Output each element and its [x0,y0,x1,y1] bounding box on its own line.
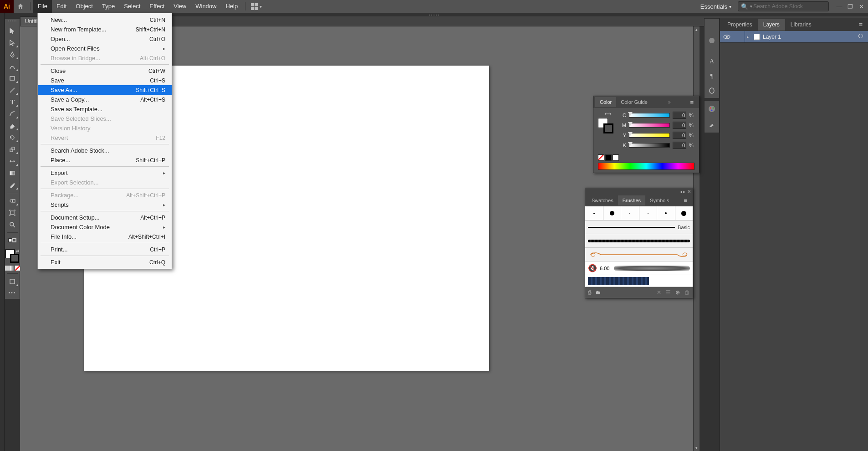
panel-menu-icon[interactable]: ≡ [855,21,866,28]
rectangle-tool[interactable] [6,73,18,83]
close-icon[interactable]: ✕ [687,189,691,194]
file-menu-item[interactable]: SaveCtrl+S [38,76,172,85]
screen-mode[interactable] [6,277,18,287]
brush-calligraphic[interactable]: 🔇 6.00 [585,261,693,275]
zoom-tool[interactable] [6,220,18,230]
brush-art[interactable] [585,248,693,261]
home-icon[interactable] [14,3,27,10]
libraries-menu-icon[interactable]: 🖿 [596,289,601,296]
file-menu-item[interactable]: Open Recent Files▸ [38,44,172,53]
pen-tool[interactable] [6,50,18,60]
white-swatch[interactable] [613,154,619,161]
panel-menu-icon[interactable]: ≡ [686,99,697,106]
gradient-tool[interactable] [6,168,18,178]
brush-libraries-icon[interactable]: ⎙ [588,289,591,296]
minimize-button[interactable]: — [835,3,843,10]
tab-libraries[interactable]: Libraries [785,19,817,31]
file-menu-item[interactable]: Print...Ctrl+P [38,245,172,254]
curvature-tool[interactable] [6,62,18,72]
file-menu-item[interactable]: New...Ctrl+N [38,15,172,25]
expand-icon[interactable]: ▸ [745,35,751,39]
file-menu-item[interactable]: Save as Template... [38,104,172,114]
paragraph-panel-icon[interactable]: ¶ [706,71,717,82]
file-menu-item[interactable]: File Info...Alt+Shift+Ctrl+I [38,232,172,241]
edit-toolbar[interactable]: ••• [9,290,16,295]
menu-help[interactable]: Help [221,0,242,13]
layer-row[interactable]: ▸ Layer 1 [720,31,868,43]
line-tool[interactable] [6,85,18,95]
stroke-swatch[interactable] [10,254,19,263]
value-k[interactable] [673,142,686,149]
arc-tool[interactable] [6,109,18,119]
search-adobe-stock[interactable]: 🔍 ▾ [738,1,829,11]
menu-type[interactable]: Type [97,0,119,13]
menu-file[interactable]: File [33,0,52,13]
artboard-tool[interactable] [6,208,18,218]
tab-symbols[interactable]: Symbols [645,195,674,205]
tab-properties[interactable]: Properties [722,19,758,31]
eraser-tool[interactable] [6,121,18,131]
fill-stroke[interactable]: ⇄ [5,249,19,263]
slider-c[interactable] [629,113,670,118]
file-menu-item[interactable]: Open...Ctrl+O [38,34,172,44]
restore-button[interactable]: ❐ [846,3,854,10]
swap-icon[interactable]: ⇄ [16,249,20,253]
brush-pattern[interactable] [585,275,693,287]
menu-window[interactable]: Window [191,0,221,13]
swap-default-colors[interactable] [6,236,18,246]
character-panel-icon[interactable]: A [706,56,717,67]
tab-layers[interactable]: Layers [758,19,785,31]
slider-k[interactable] [629,143,670,148]
search-input[interactable] [753,3,826,10]
arrange-documents[interactable]: ▾ [248,3,265,10]
brush-charcoal[interactable] [585,234,693,248]
slider-y[interactable] [629,133,670,138]
value-m[interactable] [673,122,686,129]
delete-brush-icon[interactable]: 🗑 [684,289,690,296]
menu-effect[interactable]: Effect [145,0,169,13]
width-tool[interactable] [6,156,18,166]
tab-brushes[interactable]: Brushes [618,195,645,205]
workspace-switcher[interactable]: Essentials ▾ [698,3,734,10]
menu-select[interactable]: Select [119,0,145,13]
brush-basic[interactable]: Basic [585,220,693,234]
vertical-scrollbar[interactable]: ▴ ▾ [693,26,700,451]
brush-tip[interactable] [585,206,603,220]
brushes-panel-icon[interactable] [706,119,717,130]
file-menu-item[interactable]: Place...Shift+Ctrl+P [38,155,172,165]
selection-tool[interactable] [6,26,18,36]
visibility-icon[interactable] [720,34,734,40]
eyedropper-tool[interactable] [6,180,18,190]
tab-color[interactable]: Color [595,97,616,107]
control-bar-collapsed[interactable] [0,13,5,451]
layer-name[interactable]: Layer 1 [763,34,781,40]
brush-tip[interactable] [675,206,693,220]
properties-panel-icon[interactable] [706,20,717,31]
type-tool[interactable]: T [6,97,18,107]
file-menu-item[interactable]: CloseCtrl+W [38,66,172,76]
brush-tip[interactable] [639,206,658,220]
file-menu-item[interactable]: Search Adobe Stock... [38,146,172,155]
appearance-panel-icon[interactable] [706,35,717,46]
scale-tool[interactable] [6,144,18,154]
brush-tip[interactable] [603,206,622,220]
brush-tip[interactable] [657,206,675,220]
remove-stroke-icon[interactable]: ✕ [657,289,661,296]
tab-swatches[interactable]: Swatches [587,195,618,205]
swatches-panel-icon[interactable] [706,103,717,114]
menu-object[interactable]: Object [71,0,97,13]
collapse-icon[interactable]: » [666,100,673,105]
options-icon[interactable]: ☰ [666,289,671,296]
black-swatch[interactable] [605,154,612,161]
file-menu-item[interactable]: New from Template...Shift+Ctrl+N [38,25,172,34]
glyphs-panel-icon[interactable] [706,85,717,96]
spectrum-picker[interactable] [598,163,694,170]
brush-tip[interactable] [621,206,639,220]
file-menu-item[interactable]: ExitCtrl+Q [38,257,172,267]
menu-view[interactable]: View [169,0,191,13]
tab-color-guide[interactable]: Color Guide [616,97,652,107]
scroll-down-icon[interactable]: ▾ [694,445,700,451]
blend-tool[interactable] [6,196,18,206]
fill-stroke-indicator[interactable] [598,118,613,133]
target-icon[interactable] [853,33,868,40]
